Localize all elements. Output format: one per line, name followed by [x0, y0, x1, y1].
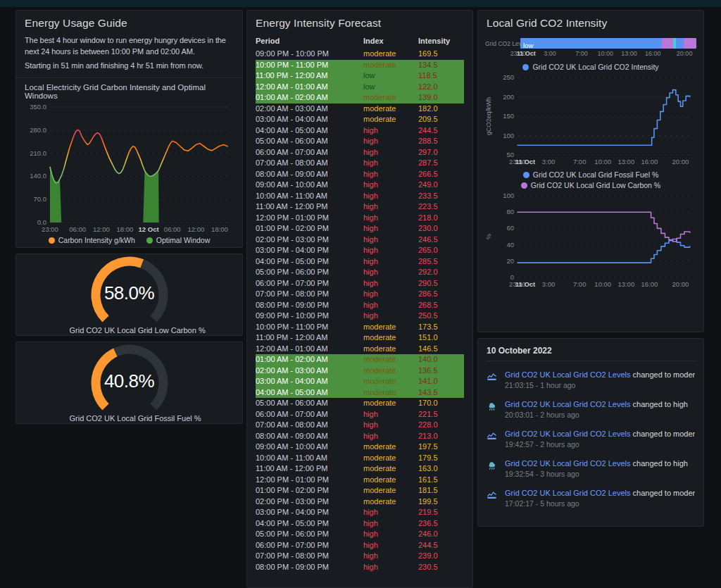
svg-text:210.0: 210.0	[30, 149, 46, 156]
table-row: 08:00 PM - 09:00 PMhigh230.5	[256, 562, 464, 573]
cell-period: 12:00 AM - 01:00 AM	[256, 344, 363, 355]
cell-index: high	[363, 267, 418, 278]
cell-period: 04:00 PM - 05:00 PM	[256, 518, 363, 530]
legend-label: Carbon Intensity g/kWh	[58, 235, 135, 246]
timeline-segment-moderate[interactable]	[662, 38, 673, 49]
cell-period: 11:00 AM - 12:00 PM	[256, 463, 363, 475]
legend-item[interactable]: Grid CO2 UK Local Grid Low Carbon %	[521, 180, 660, 191]
legend-item[interactable]: Carbon Intensity g/kWh	[49, 235, 135, 246]
timeline-label: Grid CO2 Levels	[485, 40, 520, 47]
cell-period: 07:00 AM - 08:00 AM	[256, 158, 363, 169]
panel-title-co2-intensity[interactable]: Local Grid CO2 Intensity	[478, 11, 703, 32]
panel-gauge-fossil-fuel: 40.8%Grid CO2 UK Local Grid Fossil Fuel …	[15, 342, 243, 424]
table-row: 12:00 PM - 01:00 PMhigh218.0	[256, 213, 464, 224]
cell-period: 05:00 AM - 06:00 AM	[256, 398, 363, 409]
cell-index: moderate	[363, 463, 418, 475]
cell-period: 04:00 PM - 05:00 PM	[256, 256, 363, 268]
table-row: 04:00 PM - 05:00 PMhigh285.5	[256, 256, 464, 268]
annotation-link[interactable]: Grid CO2 UK Local Grid CO2 Levels	[505, 370, 631, 379]
cell-index: low	[363, 70, 418, 82]
cell-intensity: 286.5	[418, 289, 464, 300]
svg-text:100: 100	[503, 132, 514, 139]
carbon-intensity-chart[interactable]: 0.070.0140.0210.0280.0350.023:0006:0012:…	[23, 103, 235, 234]
cell-period: 02:00 AM - 03:00 AM	[256, 365, 363, 377]
cell-intensity: 143.5	[418, 387, 464, 399]
cell-intensity: 181.5	[418, 485, 464, 496]
co2-intensity-chart[interactable]: 5010015020025023:0011 Oct3:007:0010:0013…	[484, 73, 698, 166]
column-header-intensity[interactable]: Intensity	[418, 37, 464, 45]
cell-intensity: 233.5	[418, 191, 464, 202]
table-row: 11:00 AM - 12:00 PMhigh223.5	[256, 201, 464, 213]
table-row: 01:00 PM - 02:00 PMmoderate181.5	[256, 485, 464, 496]
annotation-link[interactable]: Grid CO2 UK Local Grid CO2 Levels	[505, 400, 631, 408]
svg-text:280.0: 280.0	[30, 126, 46, 134]
annotation-time: 19:32:54 - 3 hours ago	[505, 469, 688, 480]
cell-period: 07:00 AM - 08:00 AM	[256, 420, 363, 431]
cell-period: 10:00 AM - 11:00 AM	[256, 191, 363, 202]
cell-intensity: 287.5	[418, 158, 464, 169]
svg-text:3:00: 3:00	[542, 158, 556, 165]
cell-period: 02:00 PM - 03:00 PM	[256, 496, 363, 508]
annotation-change: changed to high	[633, 400, 688, 408]
co2-chart-legend: Grid CO2 UK Local Grid CO2 Intensity	[478, 62, 703, 73]
annotation-link[interactable]: Grid CO2 UK Local Grid CO2 Levels	[505, 489, 631, 497]
column-header-index[interactable]: Index	[363, 37, 418, 45]
table-row: 06:00 PM - 07:00 PMhigh244.5	[256, 540, 464, 551]
timeline-axis: 23:0011 Oct3:007:0010:0013:0016:0020:00	[518, 49, 696, 58]
timeline-segment-low[interactable]: low	[520, 38, 662, 49]
annotation-item: Grid CO2 UK Local Grid CO2 Levels change…	[485, 454, 696, 484]
cell-index: moderate	[363, 387, 418, 399]
cell-period: 11:00 PM - 12:00 AM	[256, 332, 363, 344]
cell-index: moderate	[363, 453, 418, 464]
cell-index: high	[363, 201, 418, 213]
cell-intensity: 199.5	[418, 496, 464, 508]
carbon-chart-subtitle: Local Electricity Grid Carbon Intensity …	[16, 77, 242, 101]
cell-period: 05:00 PM - 06:00 PM	[256, 529, 363, 540]
annotation-change: changed to high	[633, 459, 688, 468]
svg-text:16:00: 16:00	[641, 158, 658, 165]
panel-energy-usage-guide: Energy Usage Guide The best 4 hour windo…	[15, 10, 243, 248]
legend-item[interactable]: Optimal Window	[146, 235, 210, 246]
legend-color-dot	[49, 237, 55, 244]
table-row: 12:00 AM - 01:00 AMmoderate146.5	[256, 344, 464, 355]
cell-intensity: 250.5	[418, 311, 464, 322]
annotation-change: changed to moderate	[633, 370, 695, 379]
panel-title-energy-usage-guide[interactable]: Energy Usage Guide	[16, 11, 242, 32]
table-row: 03:00 AM - 04:00 AMmoderate209.5	[256, 114, 464, 125]
cell-period: 09:00 AM - 10:00 AM	[256, 180, 363, 191]
cell-period: 03:00 PM - 04:00 PM	[256, 245, 363, 256]
table-row: 01:00 AM - 02:00 AMmoderate139.0	[256, 92, 464, 104]
cell-index: moderate	[363, 60, 418, 71]
table-row: 11:00 AM - 12:00 PMmoderate163.0	[256, 463, 464, 475]
cell-intensity: 265.0	[418, 245, 464, 256]
table-row: 09:00 AM - 10:00 AMhigh249.0	[256, 180, 464, 191]
annotation-link[interactable]: Grid CO2 UK Local Grid CO2 Levels	[505, 459, 631, 468]
legend-item[interactable]: Grid CO2 UK Local Grid Fossil Fuel %	[523, 170, 659, 180]
timeline-segment-low[interactable]	[676, 38, 684, 49]
cell-period: 04:00 AM - 05:00 AM	[256, 387, 363, 399]
panel-title-forecast[interactable]: Energy Intensity Forecast	[247, 11, 472, 32]
svg-text:7:00: 7:00	[573, 158, 587, 165]
table-row: 06:00 AM - 07:00 AMhigh297.0	[256, 147, 464, 158]
cell-period: 07:00 PM - 08:00 PM	[256, 551, 363, 562]
fuel-mix-chart[interactable]: 02040608010023:0011 Oct3:007:0010:0013:0…	[484, 192, 698, 289]
cell-index: high	[363, 256, 418, 268]
svg-text:20:00: 20:00	[672, 158, 689, 165]
state-timeline-bar[interactable]: low	[520, 38, 696, 49]
cell-intensity: 197.5	[418, 442, 464, 453]
annotation-time: 20:03:01 - 2 hours ago	[505, 410, 688, 420]
column-header-period[interactable]: Period	[256, 37, 363, 45]
timeline-segment-moderate[interactable]	[684, 38, 696, 49]
cell-index: moderate	[363, 92, 418, 104]
cell-period: 01:00 PM - 02:00 PM	[256, 485, 363, 496]
cell-intensity: 219.5	[418, 507, 464, 518]
cell-period: 06:00 AM - 07:00 AM	[256, 147, 363, 158]
cell-period: 10:00 PM - 11:00 PM	[256, 60, 363, 71]
legend-item[interactable]: Grid CO2 UK Local Grid CO2 Intensity	[522, 62, 658, 73]
cell-index: moderate	[363, 485, 418, 496]
cell-index: moderate	[363, 475, 418, 486]
annotation-link[interactable]: Grid CO2 UK Local Grid CO2 Levels	[505, 430, 631, 438]
guide-timing: Starting in 51 min and finishing 4 hr 51…	[25, 61, 234, 72]
cell-index: moderate	[363, 354, 418, 365]
cell-index: moderate	[363, 332, 418, 344]
